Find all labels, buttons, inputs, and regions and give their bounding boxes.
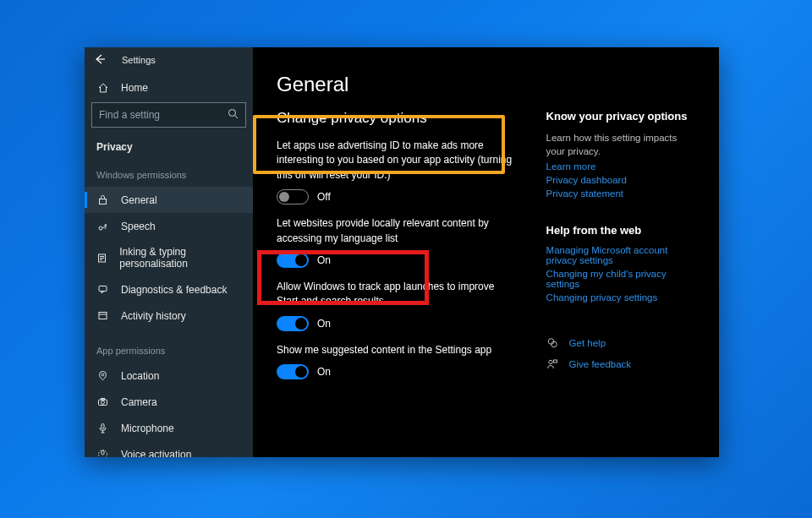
- toggle-state: Off: [317, 191, 331, 203]
- link-changing-privacy[interactable]: Changing privacy settings: [546, 292, 695, 303]
- setting-label: Let websites provide locally relevant co…: [277, 216, 513, 246]
- toggle-state: On: [317, 254, 331, 266]
- give-feedback-row[interactable]: Give feedback: [546, 357, 695, 370]
- search-input[interactable]: [99, 109, 228, 121]
- lock-icon: [96, 194, 109, 206]
- link-get-help[interactable]: Get help: [569, 338, 606, 348]
- toggle-language-list[interactable]: [277, 253, 309, 268]
- svg-rect-19: [102, 399, 105, 401]
- search-icon: [228, 108, 239, 122]
- svg-point-8: [99, 226, 102, 230]
- sidebar-item-camera[interactable]: Camera: [85, 389, 253, 415]
- sidebar-item-label: Camera: [121, 396, 157, 408]
- sidebar-item-activity[interactable]: Activity history: [85, 303, 253, 329]
- help-icon: [546, 336, 559, 349]
- setting-track-launches: Allow Windows to track app launches to i…: [277, 280, 513, 331]
- link-give-feedback[interactable]: Give feedback: [569, 359, 632, 369]
- toggle-suggested-content[interactable]: [277, 364, 309, 379]
- settings-window: Settings Home Privacy Windows permission…: [85, 47, 719, 457]
- sidebar-item-label: Voice activation: [121, 449, 191, 458]
- sidebar-item-microphone[interactable]: Microphone: [85, 415, 253, 441]
- link-child-privacy[interactable]: Changing my child's privacy settings: [546, 269, 695, 289]
- setting-label: Let apps use advertising ID to make ads …: [277, 139, 513, 183]
- get-help-row[interactable]: Get help: [546, 336, 695, 349]
- sidebar-item-general[interactable]: General: [85, 187, 253, 213]
- nav-section-windows: Windows permissions: [85, 165, 253, 187]
- inking-icon: [96, 252, 107, 264]
- sidebar-item-location[interactable]: Location: [85, 363, 253, 389]
- main-column: Change privacy options Let apps use adve…: [277, 110, 513, 391]
- setting-label: Allow Windows to track app launches to i…: [277, 280, 513, 309]
- sidebar: Settings Home Privacy Windows permission…: [85, 47, 253, 457]
- sidebar-item-label: Inking & typing personalisation: [119, 246, 241, 270]
- svg-rect-13: [99, 286, 107, 292]
- sidebar-item-label: General: [121, 194, 157, 206]
- location-icon: [96, 369, 109, 382]
- link-privacy-dashboard[interactable]: Privacy dashboard: [546, 175, 695, 185]
- sidebar-item-inking[interactable]: Inking & typing personalisation: [85, 239, 253, 276]
- search-box[interactable]: [91, 102, 246, 128]
- svg-point-25: [549, 360, 552, 363]
- home-nav[interactable]: Home: [85, 73, 253, 102]
- svg-point-22: [99, 450, 107, 458]
- svg-rect-7: [100, 199, 107, 204]
- sidebar-item-diagnostics[interactable]: Diagnostics & feedback: [85, 276, 253, 303]
- activity-icon: [96, 309, 109, 322]
- nav-section-app: App permissions: [85, 341, 253, 363]
- feedback-icon: [96, 283, 109, 296]
- toggle-state: On: [317, 366, 331, 378]
- svg-rect-26: [554, 360, 557, 363]
- sidebar-item-label: Microphone: [121, 423, 174, 434]
- toggle-track-launches[interactable]: [277, 316, 309, 331]
- titlebar-left: Settings: [85, 47, 253, 73]
- voice-activation-icon: [96, 448, 109, 457]
- microphone-icon: [96, 422, 109, 434]
- sidebar-item-voice[interactable]: Voice activation: [85, 441, 253, 457]
- toggle-state: On: [317, 318, 331, 330]
- sidebar-item-speech[interactable]: Speech: [85, 213, 253, 239]
- svg-rect-21: [102, 450, 104, 455]
- right-heading-help: Help from the web: [546, 224, 695, 237]
- right-column: Know your privacy options Learn how this…: [546, 110, 695, 391]
- svg-line-6: [235, 116, 239, 119]
- page-title: General: [277, 73, 695, 96]
- app-title: Settings: [122, 55, 156, 65]
- home-label: Home: [121, 82, 148, 94]
- svg-rect-20: [102, 424, 104, 429]
- svg-point-5: [229, 110, 236, 117]
- section-title: Change privacy options: [277, 110, 513, 127]
- link-managing-account-privacy[interactable]: Managing Microsoft account privacy setti…: [546, 245, 695, 265]
- sidebar-item-label: Speech: [121, 221, 156, 232]
- svg-rect-14: [99, 313, 107, 319]
- svg-point-18: [102, 401, 105, 404]
- speech-icon: [96, 220, 109, 232]
- home-icon: [96, 81, 109, 94]
- content-area: General Change privacy options Let apps …: [253, 47, 719, 457]
- camera-icon: [96, 395, 109, 408]
- back-icon[interactable]: [93, 53, 107, 68]
- right-heading-know: Know your privacy options: [546, 110, 695, 123]
- right-text-know: Learn how this setting impacts your priv…: [546, 131, 695, 158]
- breadcrumb: Privacy: [85, 128, 253, 165]
- setting-suggested-content: Show me suggested content in the Setting…: [277, 343, 513, 379]
- setting-language-list: Let websites provide locally relevant co…: [277, 216, 513, 268]
- link-learn-more[interactable]: Learn more: [546, 161, 695, 172]
- link-privacy-statement[interactable]: Privacy statement: [546, 188, 695, 199]
- svg-point-16: [102, 374, 104, 376]
- toggle-advertising-id[interactable]: [277, 189, 309, 204]
- sidebar-item-label: Activity history: [121, 310, 186, 322]
- feedback-person-icon: [546, 357, 559, 370]
- setting-advertising-id: Let apps use advertising ID to make ads …: [277, 139, 513, 204]
- sidebar-item-label: Location: [121, 370, 159, 382]
- setting-label: Show me suggested content in the Setting…: [277, 343, 513, 357]
- sidebar-item-label: Diagnostics & feedback: [121, 284, 227, 296]
